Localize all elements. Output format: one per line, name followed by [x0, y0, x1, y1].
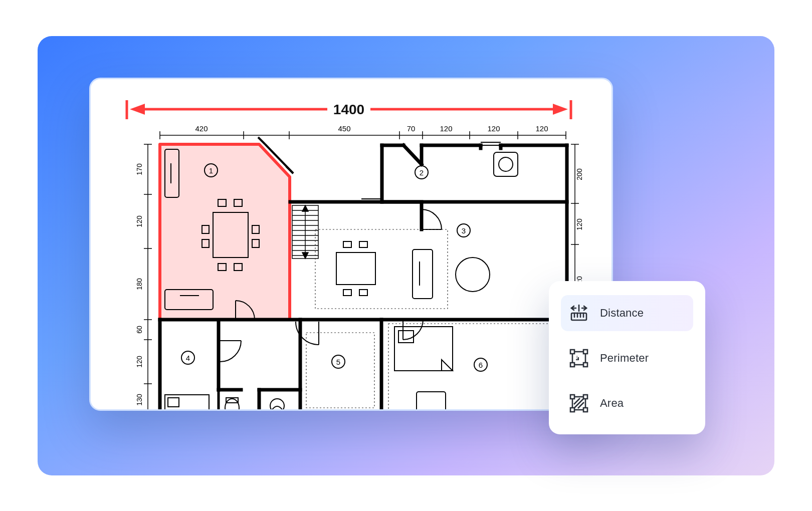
svg-rect-84	[336, 252, 375, 285]
svg-text:3: 3	[462, 226, 466, 235]
area-icon	[569, 393, 589, 413]
dim-main-value: 1400	[333, 102, 364, 117]
svg-text:120: 120	[535, 124, 548, 133]
svg-line-105	[321, 410, 341, 411]
svg-rect-92	[494, 152, 518, 176]
svg-rect-131	[583, 363, 587, 367]
svg-rect-102	[315, 229, 448, 309]
svg-text:70: 70	[407, 124, 416, 133]
left-dim-labels: 170 120 180 60 120 130	[135, 163, 143, 406]
svg-text:180: 180	[135, 278, 143, 290]
svg-text:2: 2	[420, 168, 424, 177]
measurement-menu: Distance L Perimeter	[549, 281, 705, 434]
svg-rect-103	[306, 333, 374, 408]
svg-text:6: 6	[479, 361, 483, 369]
svg-rect-128	[570, 350, 574, 354]
svg-rect-96	[165, 395, 209, 411]
svg-text:60: 60	[135, 326, 143, 334]
svg-text:420: 420	[195, 124, 208, 133]
svg-text:120: 120	[135, 356, 143, 368]
svg-line-106	[341, 410, 361, 411]
svg-rect-89	[413, 249, 433, 299]
svg-text:5: 5	[336, 358, 340, 366]
distance-icon	[569, 303, 589, 323]
dimension-main: 1400	[127, 99, 571, 119]
svg-text:130: 130	[135, 394, 143, 406]
svg-text:L: L	[576, 355, 579, 360]
svg-marker-3	[553, 104, 568, 115]
svg-text:120: 120	[575, 218, 583, 230]
svg-rect-137	[583, 408, 587, 412]
svg-rect-136	[570, 408, 574, 412]
french-door	[321, 410, 361, 411]
svg-text:4: 4	[186, 354, 190, 362]
svg-text:450: 450	[338, 124, 350, 133]
svg-rect-122	[571, 313, 586, 320]
svg-text:120: 120	[440, 124, 452, 133]
svg-rect-130	[570, 363, 574, 367]
svg-point-99	[225, 399, 239, 411]
menu-item-distance[interactable]: Distance	[561, 295, 693, 331]
stage: 1400 420 450	[38, 36, 774, 475]
svg-point-91	[456, 258, 490, 292]
svg-text:170: 170	[135, 163, 143, 175]
svg-rect-134	[570, 395, 574, 399]
svg-rect-97	[168, 398, 179, 407]
svg-rect-135	[583, 395, 587, 399]
svg-rect-85	[343, 241, 351, 247]
svg-rect-129	[583, 350, 587, 354]
menu-item-label: Area	[600, 397, 624, 410]
svg-point-93	[499, 157, 513, 171]
svg-marker-69	[302, 205, 308, 211]
floorplan-canvas[interactable]: 1400 420 450	[91, 79, 612, 409]
svg-rect-86	[359, 241, 367, 247]
svg-rect-87	[343, 290, 351, 296]
stairs	[292, 205, 318, 259]
left-dim-ticks	[144, 144, 152, 411]
menu-item-label: Distance	[600, 307, 644, 320]
floorplan-card: 1400 420 450	[89, 78, 613, 411]
perimeter-icon: L	[569, 348, 589, 368]
svg-marker-2	[130, 104, 145, 115]
menu-item-perimeter[interactable]: L Perimeter	[561, 340, 693, 376]
svg-text:200: 200	[575, 168, 583, 180]
svg-text:120: 120	[135, 215, 143, 227]
svg-text:120: 120	[487, 124, 500, 133]
top-dim-labels: 420 450 70 120 120 120	[195, 124, 548, 133]
menu-item-label: Perimeter	[600, 352, 649, 365]
menu-item-area[interactable]: Area	[561, 385, 693, 421]
svg-rect-98	[417, 392, 446, 411]
top-dim-ticks	[160, 131, 566, 139]
svg-rect-95	[398, 331, 414, 343]
svg-rect-88	[359, 290, 367, 296]
svg-text:1: 1	[209, 166, 213, 175]
